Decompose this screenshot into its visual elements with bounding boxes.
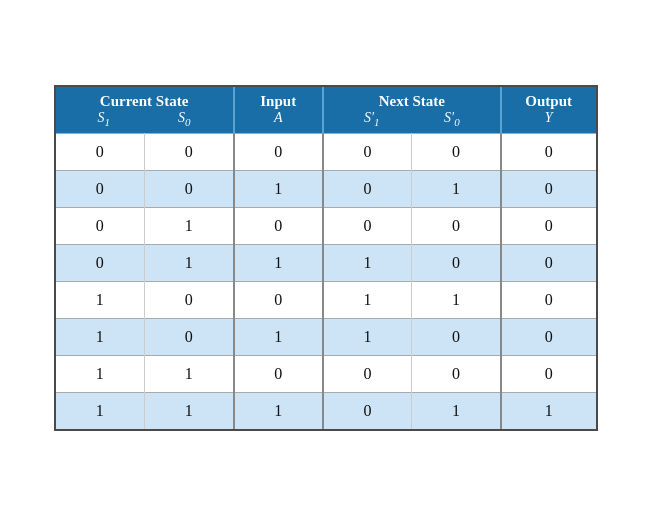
table-row: 110000	[56, 356, 596, 393]
header-next-state-title: Next State	[332, 93, 492, 110]
cell: 0	[234, 356, 323, 393]
cell: 1	[412, 393, 501, 430]
cell: 1	[145, 245, 234, 282]
table-row: 010000	[56, 208, 596, 245]
header-input-title: Input	[243, 93, 314, 110]
table-row: 100110	[56, 282, 596, 319]
header-input: Input A	[234, 87, 323, 134]
cell: 0	[323, 134, 412, 171]
table-row: 000000	[56, 134, 596, 171]
header-sp0-sub: 0	[454, 115, 460, 127]
header-a: A	[243, 110, 314, 126]
cell: 0	[323, 393, 412, 430]
cell: 0	[501, 282, 596, 319]
cell: 1	[234, 245, 323, 282]
cell: 1	[145, 208, 234, 245]
table-row: 111011	[56, 393, 596, 430]
cell: 0	[501, 356, 596, 393]
cell: 0	[145, 171, 234, 208]
cell: 1	[56, 356, 145, 393]
cell: 0	[323, 208, 412, 245]
header-sp0: S′0	[444, 110, 460, 128]
cell: 0	[412, 245, 501, 282]
cell: 1	[323, 282, 412, 319]
cell: 0	[145, 319, 234, 356]
cell: 1	[56, 282, 145, 319]
cell: 0	[234, 208, 323, 245]
cell: 0	[501, 171, 596, 208]
cell: 0	[234, 134, 323, 171]
header-current-state: Current State S1 S0	[56, 87, 234, 134]
cell: 0	[323, 171, 412, 208]
table-row: 001010	[56, 171, 596, 208]
cell: 0	[145, 134, 234, 171]
cell: 1	[145, 356, 234, 393]
table-row: 011100	[56, 245, 596, 282]
header-sp1: S′1	[364, 110, 380, 128]
header-sp1-sub: 1	[374, 115, 380, 127]
cell: 1	[234, 319, 323, 356]
header-s0-sub: 0	[185, 115, 191, 127]
cell: 0	[412, 134, 501, 171]
header-s1-sub: 1	[105, 115, 111, 127]
cell: 1	[323, 245, 412, 282]
cell: 0	[56, 208, 145, 245]
cell: 0	[56, 245, 145, 282]
cell: 0	[234, 282, 323, 319]
cell: 1	[145, 393, 234, 430]
cell: 0	[501, 134, 596, 171]
cell: 1	[56, 319, 145, 356]
cell: 1	[412, 282, 501, 319]
header-output-title: Output	[510, 93, 588, 110]
cell: 1	[234, 393, 323, 430]
cell: 0	[501, 245, 596, 282]
cell: 0	[56, 171, 145, 208]
cell: 1	[501, 393, 596, 430]
cell: 0	[501, 208, 596, 245]
header-output: Output Y	[501, 87, 596, 134]
cell: 1	[56, 393, 145, 430]
header-s1: S1	[98, 110, 111, 128]
cell: 1	[412, 171, 501, 208]
cell: 0	[323, 356, 412, 393]
cell: 0	[412, 356, 501, 393]
cell: 0	[412, 319, 501, 356]
header-current-state-subs: S1 S0	[64, 110, 225, 128]
cell: 1	[234, 171, 323, 208]
table-row: 101100	[56, 319, 596, 356]
cell: 0	[412, 208, 501, 245]
header-current-state-title: Current State	[64, 93, 225, 110]
cell: 1	[323, 319, 412, 356]
header-next-state: Next State S′1 S′0	[323, 87, 501, 134]
header-s0: S0	[178, 110, 191, 128]
truth-table: Current State S1 S0 Input A Next State S…	[54, 85, 598, 432]
cell: 0	[56, 134, 145, 171]
header-y: Y	[510, 110, 588, 126]
cell: 0	[145, 282, 234, 319]
header-next-state-subs: S′1 S′0	[332, 110, 492, 128]
cell: 0	[501, 319, 596, 356]
